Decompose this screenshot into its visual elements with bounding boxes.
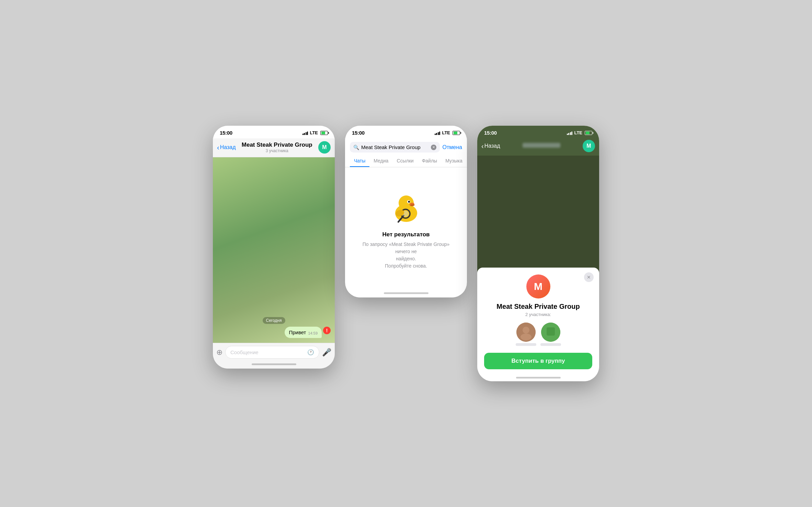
chat-bg-3 bbox=[477, 156, 599, 276]
tab-links-2[interactable]: Ссылки bbox=[392, 155, 418, 167]
tab-chats-2[interactable]: Чаты bbox=[350, 155, 369, 167]
member-name-2 bbox=[540, 343, 561, 346]
home-bar-1 bbox=[252, 363, 296, 365]
input-icons-1: 🕐 bbox=[307, 349, 314, 356]
home-bar-3 bbox=[516, 377, 561, 379]
cancel-button-2[interactable]: Отмена bbox=[443, 144, 462, 150]
mic-button-1[interactable]: 🎤 bbox=[322, 348, 331, 357]
dark-top-3: 15:00 LTE ‹ bbox=[477, 126, 599, 276]
tab-media-2[interactable]: Медиа bbox=[369, 155, 392, 167]
home-indicator-2 bbox=[345, 290, 467, 297]
phone-screen1: 15:00 LTE ‹ Назад Meat Ste bbox=[213, 126, 335, 369]
date-badge-1: Сегодня bbox=[213, 317, 335, 323]
svg-point-10 bbox=[411, 204, 411, 204]
battery-icon-3 bbox=[585, 131, 592, 135]
header-avatar-3[interactable]: M bbox=[583, 140, 595, 152]
avatar-letter-1: M bbox=[322, 144, 327, 150]
chat-header-1: ‹ Назад Meat Steak Private Group 3 участ… bbox=[213, 138, 335, 157]
svg-point-3 bbox=[408, 201, 410, 203]
group-avatar-letter-3: M bbox=[534, 281, 542, 292]
battery-fill-3 bbox=[586, 132, 590, 134]
message-bubble-1: Привет 14:59 bbox=[285, 327, 322, 338]
battery-fill-1 bbox=[321, 132, 325, 134]
search-icon-2: 🔍 bbox=[353, 145, 359, 150]
sb2 bbox=[436, 133, 437, 135]
back-button-3[interactable]: ‹ Назад bbox=[481, 142, 500, 150]
clock-icon-1: 🕐 bbox=[307, 349, 314, 356]
search-bar-2: 🔍 Meat Steak Private Group ✕ Отмена bbox=[345, 138, 467, 155]
no-results-line2-2: найдено. bbox=[396, 256, 416, 261]
svg-rect-15 bbox=[547, 327, 555, 336]
chat-header-center-1: Meat Steak Private Group 3 участника bbox=[239, 142, 316, 153]
no-results-line1-2: По запросу «Meat Steak Private Group» ни… bbox=[363, 241, 450, 254]
home-indicator-1 bbox=[213, 361, 335, 369]
input-field-1[interactable]: Сообщение 🕐 bbox=[225, 346, 319, 359]
back-button-1[interactable]: ‹ Назад bbox=[217, 144, 236, 151]
header-avatar-letter-3: M bbox=[586, 143, 591, 149]
no-results-area-2: Нет результатов По запросу «Meat Steak P… bbox=[345, 167, 467, 290]
member-avatar-1 bbox=[516, 323, 536, 342]
chat-input-bar-1: ⊕ Сообщение 🕐 🎤 bbox=[213, 343, 335, 361]
sb4-3 bbox=[571, 132, 572, 135]
status-icons-1: LTE bbox=[302, 130, 328, 135]
sb3-3 bbox=[570, 132, 571, 135]
no-results-line3-2: Попробуйте снова. bbox=[385, 263, 427, 269]
screens-container: 15:00 LTE ‹ Назад Meat Ste bbox=[213, 126, 599, 381]
search-query-2: Meat Steak Private Group bbox=[361, 144, 429, 150]
close-button-3[interactable]: ✕ bbox=[584, 272, 594, 282]
tab-music-2[interactable]: Музыка bbox=[441, 155, 467, 167]
group-avatar-large-3: M bbox=[526, 274, 550, 298]
message-text-1: Привет bbox=[289, 329, 306, 335]
chat-avatar-1[interactable]: M bbox=[318, 141, 331, 154]
no-results-text-2: По запросу «Meat Steak Private Group» ни… bbox=[355, 241, 457, 270]
signal-bars-2 bbox=[435, 131, 441, 135]
battery-icon-2 bbox=[453, 131, 460, 135]
error-icon-1[interactable]: ! bbox=[323, 327, 331, 334]
back-chevron-3: ‹ bbox=[481, 142, 484, 150]
tab-files-2[interactable]: Файлы bbox=[418, 155, 441, 167]
status-bar-2: 15:00 LTE bbox=[345, 126, 467, 138]
nav-header-3: ‹ Назад M bbox=[477, 138, 599, 156]
chat-title-1: Meat Steak Private Group bbox=[239, 142, 316, 148]
sb3 bbox=[438, 132, 439, 135]
battery-fill-2 bbox=[454, 132, 457, 134]
signal-bars-1 bbox=[302, 131, 308, 135]
date-badge-text-1: Сегодня bbox=[263, 317, 285, 324]
svg-point-12 bbox=[523, 327, 529, 334]
status-bar-1: 15:00 LTE bbox=[213, 126, 335, 138]
sb1-3 bbox=[567, 134, 568, 135]
attach-button-1[interactable]: ⊕ bbox=[216, 348, 222, 357]
message-time-1: 14:59 bbox=[308, 331, 318, 335]
sb4 bbox=[439, 132, 440, 135]
back-label-1: Назад bbox=[220, 144, 236, 150]
signal-bar-1 bbox=[302, 134, 304, 135]
members-row-3 bbox=[484, 323, 592, 346]
chat-subtitle-1: 3 участника bbox=[239, 148, 316, 153]
input-placeholder-1: Сообщение bbox=[230, 349, 259, 355]
lte-label-1: LTE bbox=[310, 130, 318, 135]
signal-bars-3 bbox=[567, 131, 573, 135]
chat-bg-1: Сегодня Привет 14:59 ! bbox=[213, 157, 335, 343]
lte-label-3: LTE bbox=[574, 130, 582, 135]
back-chevron-1: ‹ bbox=[217, 144, 219, 151]
status-icons-3: LTE bbox=[567, 130, 592, 135]
search-clear-button-2[interactable]: ✕ bbox=[431, 145, 436, 150]
signal-bar-4 bbox=[307, 132, 308, 135]
phone-screen2: 15:00 LTE 🔍 Meat Steak Private Group ✕ bbox=[345, 126, 467, 297]
svg-point-13 bbox=[521, 334, 531, 340]
phone-screen3: 15:00 LTE ‹ bbox=[477, 126, 599, 381]
search-input-wrap-2[interactable]: 🔍 Meat Steak Private Group ✕ bbox=[350, 142, 440, 153]
signal-bar-2 bbox=[304, 133, 305, 135]
join-button-3[interactable]: Вступить в группу bbox=[484, 353, 592, 369]
tab-more-2[interactable]: Го... bbox=[467, 155, 467, 167]
member-avatar-2 bbox=[541, 323, 560, 342]
battery-icon-1 bbox=[320, 131, 328, 135]
join-sheet-3: ✕ M Meat Steak Private Group 2 участника… bbox=[477, 268, 599, 375]
home-bar-2 bbox=[384, 292, 428, 294]
search-tabs-2: Чаты Медиа Ссылки Файлы Музыка Го... bbox=[345, 155, 467, 167]
message-row-1: Привет 14:59 ! bbox=[213, 327, 335, 338]
status-time-2: 15:00 bbox=[352, 130, 365, 136]
duck-illustration-2 bbox=[387, 188, 425, 226]
blurred-title-3 bbox=[523, 143, 560, 148]
members-label-3: 2 участника: bbox=[484, 312, 592, 317]
